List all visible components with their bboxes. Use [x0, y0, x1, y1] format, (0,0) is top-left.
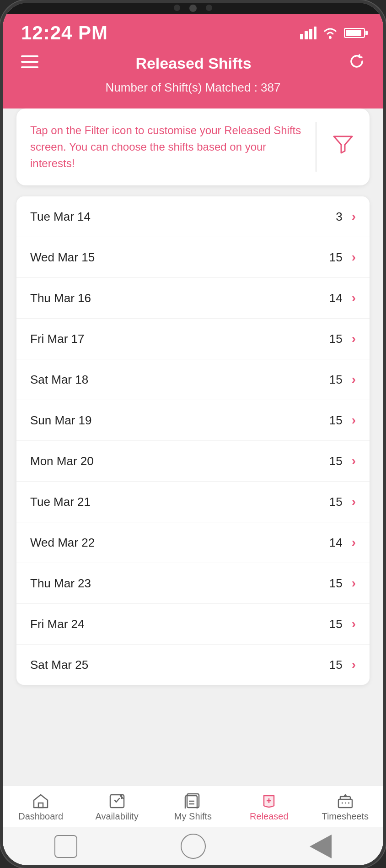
status-bar: 12:24 PM: [3, 14, 383, 49]
date-list-item[interactable]: Mon Mar 20 15 ›: [16, 441, 370, 482]
gesture-back[interactable]: [310, 835, 332, 858]
shift-count: 14: [329, 536, 343, 550]
date-list-item[interactable]: Fri Mar 24 15 ›: [16, 604, 370, 645]
svg-point-4: [329, 36, 332, 39]
date-list-item[interactable]: Sat Mar 18 15 ›: [16, 359, 370, 400]
date-label: Thu Mar 23: [30, 576, 329, 591]
filter-banner: Tap on the Filter icon to customise your…: [16, 108, 370, 185]
date-label: Sat Mar 18: [30, 373, 329, 387]
nav-item-released[interactable]: Released: [241, 793, 296, 822]
notch-dot-2: [206, 5, 212, 11]
header-row: Released Shifts: [21, 53, 365, 73]
shift-count: 15: [329, 495, 343, 509]
home-icon: [32, 793, 49, 808]
chevron-right-icon: ›: [352, 372, 356, 387]
date-list-item[interactable]: Sat Mar 25 15 ›: [16, 645, 370, 685]
date-label: Sat Mar 25: [30, 658, 329, 672]
nav-label-myshifts: My Shifts: [174, 811, 212, 822]
shift-count: 15: [329, 250, 343, 265]
phone-frame: 12:24 PM: [0, 0, 386, 868]
date-list-item[interactable]: Thu Mar 23 15 ›: [16, 563, 370, 604]
date-label: Thu Mar 16: [30, 291, 329, 305]
date-list-item[interactable]: Wed Mar 15 15 ›: [16, 237, 370, 278]
svg-rect-2: [309, 29, 312, 39]
svg-rect-6: [21, 61, 38, 63]
status-icons: [300, 27, 365, 39]
filter-icon[interactable]: [326, 132, 356, 163]
nav-label-availability: Availability: [96, 811, 139, 822]
shift-count: 3: [336, 210, 342, 224]
main-content: Tap on the Filter icon to customise your…: [3, 99, 383, 785]
date-list-item[interactable]: Tue Mar 14 3 ›: [16, 196, 370, 237]
phone-screen: 12:24 PM: [3, 3, 383, 865]
date-list-item[interactable]: Wed Mar 22 14 ›: [16, 522, 370, 563]
shift-count: 14: [329, 291, 343, 305]
svg-rect-3: [314, 27, 316, 39]
filter-description: Tap on the Filter icon to customise your…: [30, 122, 316, 172]
released-icon: [260, 793, 278, 808]
date-list-item[interactable]: Thu Mar 16 14 ›: [16, 278, 370, 319]
date-list-item[interactable]: Sun Mar 19 15 ›: [16, 400, 370, 441]
signal-icon: [300, 27, 316, 39]
chevron-right-icon: ›: [352, 494, 356, 509]
camera-dot: [189, 5, 197, 12]
status-time: 12:24 PM: [21, 22, 108, 44]
shift-count: 15: [329, 576, 343, 591]
notch-dot-1: [174, 5, 180, 11]
svg-rect-5: [21, 55, 38, 57]
date-list: Tue Mar 14 3 › Wed Mar 15 15 › Thu Mar 1…: [16, 196, 370, 685]
shift-count: 15: [329, 454, 343, 468]
chevron-right-icon: ›: [352, 454, 356, 468]
nav-item-myshifts[interactable]: My Shifts: [166, 793, 220, 822]
nav-label-dashboard: Dashboard: [18, 811, 63, 822]
svg-rect-8: [38, 803, 43, 808]
notch-area: [3, 3, 383, 14]
chevron-right-icon: ›: [352, 331, 356, 346]
chevron-right-icon: ›: [352, 413, 356, 428]
app-header: Released Shifts Number of Shift(s) Match…: [3, 49, 383, 108]
nav-item-dashboard[interactable]: Dashboard: [13, 793, 68, 822]
gesture-bar: [3, 827, 383, 865]
date-label: Sun Mar 19: [30, 413, 329, 428]
timesheets-icon: [337, 793, 354, 808]
wifi-icon: [322, 27, 338, 39]
nav-label-timesheets: Timesheets: [322, 811, 369, 822]
date-label: Wed Mar 15: [30, 250, 329, 265]
nav-item-availability[interactable]: Availability: [90, 793, 145, 822]
nav-item-timesheets[interactable]: Timesheets: [318, 793, 373, 822]
svg-rect-7: [21, 66, 38, 68]
shift-count: 15: [329, 658, 343, 672]
date-label: Mon Mar 20: [30, 454, 329, 468]
shift-count: 15: [329, 373, 343, 387]
availability-icon: [108, 793, 126, 808]
match-count: Number of Shift(s) Matched : 387: [106, 81, 281, 95]
date-list-item[interactable]: Tue Mar 21 15 ›: [16, 482, 370, 522]
menu-icon[interactable]: [21, 55, 38, 72]
gesture-square[interactable]: [54, 835, 77, 858]
shift-count: 15: [329, 413, 343, 428]
battery-icon: [344, 28, 365, 38]
shift-count: 15: [329, 617, 343, 631]
myshifts-icon: [184, 793, 202, 808]
svg-rect-1: [305, 31, 308, 39]
chevron-right-icon: ›: [352, 209, 356, 224]
chevron-right-icon: ›: [352, 291, 356, 305]
shift-count: 15: [329, 332, 343, 346]
date-label: Tue Mar 14: [30, 210, 336, 224]
date-label: Wed Mar 22: [30, 536, 329, 550]
page-title: Released Shifts: [135, 54, 251, 72]
chevron-right-icon: ›: [352, 657, 356, 672]
svg-rect-0: [300, 34, 303, 39]
date-label: Fri Mar 17: [30, 332, 329, 346]
refresh-icon[interactable]: [348, 53, 365, 73]
chevron-right-icon: ›: [352, 250, 356, 265]
date-label: Fri Mar 24: [30, 617, 329, 631]
chevron-right-icon: ›: [352, 535, 356, 550]
date-list-item[interactable]: Fri Mar 17 15 ›: [16, 319, 370, 359]
chevron-right-icon: ›: [352, 576, 356, 591]
bottom-nav: Dashboard Availability My Shif: [3, 785, 383, 827]
date-label: Tue Mar 21: [30, 495, 329, 509]
nav-label-released: Released: [250, 811, 289, 822]
gesture-home[interactable]: [181, 834, 206, 859]
chevron-right-icon: ›: [352, 617, 356, 631]
